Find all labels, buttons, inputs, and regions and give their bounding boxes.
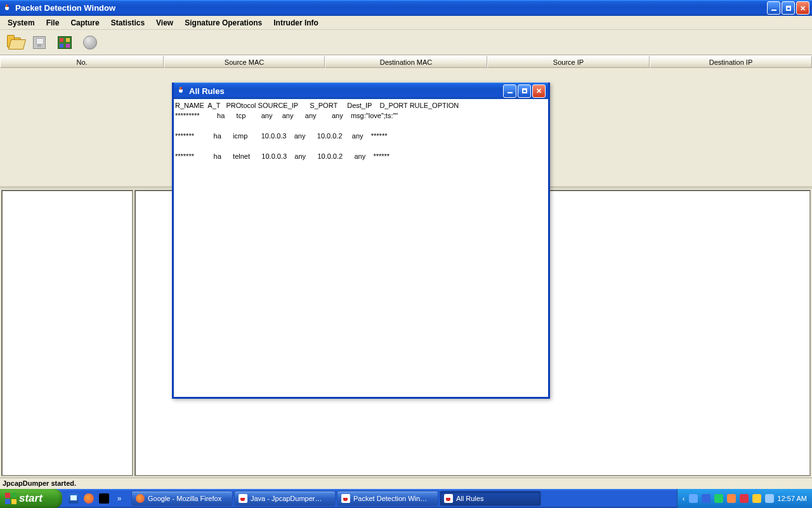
tray-icon[interactable] bbox=[765, 494, 774, 503]
tray-icon[interactable] bbox=[702, 494, 710, 503]
task-button[interactable]: Packet Detection Win… bbox=[337, 491, 438, 506]
floppy-icon bbox=[33, 36, 46, 49]
window-controls bbox=[767, 1, 812, 15]
all-rules-dialog: All Rules R_NAME A_T PROtocol SOURCE_IP … bbox=[172, 83, 550, 399]
tree-panel[interactable] bbox=[1, 190, 133, 476]
dialog-maximize-button[interactable] bbox=[518, 84, 531, 98]
menu-view[interactable]: View bbox=[151, 17, 178, 29]
dialog-window-controls bbox=[503, 84, 548, 98]
tray-icon[interactable] bbox=[714, 494, 723, 503]
main-titlebar: Packet Detection Window bbox=[0, 0, 812, 16]
menu-signature-operations[interactable]: Signature Operations bbox=[180, 17, 267, 29]
windows-logo-icon bbox=[5, 493, 16, 504]
dialog-minimize-button[interactable] bbox=[503, 84, 516, 98]
java-icon bbox=[341, 494, 350, 503]
task-label: Google - Mozilla Firefox bbox=[148, 495, 221, 502]
task-label: Packet Detection Win… bbox=[353, 495, 427, 502]
java-icon bbox=[176, 86, 187, 96]
window-title: Packet Detection Window bbox=[15, 3, 115, 13]
col-source-mac[interactable]: Source MAC bbox=[164, 56, 325, 68]
menu-statistics[interactable]: Statistics bbox=[106, 17, 150, 29]
maximize-button[interactable] bbox=[782, 1, 795, 15]
rules-text-area[interactable]: R_NAME A_T PROtocol SOURCE_IP S_PORT Des… bbox=[174, 99, 548, 397]
col-source-ip[interactable]: Source IP bbox=[487, 56, 650, 68]
tray-icon[interactable] bbox=[689, 494, 698, 503]
system-tray: ‹ 12:57 AM bbox=[677, 489, 812, 508]
dialog-titlebar[interactable]: All Rules bbox=[174, 83, 548, 99]
java-icon bbox=[3, 3, 13, 13]
clock[interactable]: 12:57 AM bbox=[778, 495, 807, 502]
toolbar bbox=[0, 30, 812, 55]
task-buttons: Google - Mozilla FirefoxJava - JpcapDump… bbox=[131, 489, 542, 508]
dialog-close-button[interactable] bbox=[532, 84, 546, 98]
task-label: All Rules bbox=[456, 495, 483, 502]
tray-overflow-icon[interactable]: ‹ bbox=[683, 495, 685, 502]
show-desktop-icon[interactable] bbox=[69, 493, 79, 504]
tray-icon[interactable] bbox=[752, 494, 761, 503]
packet-table-header: No. Source MAC Destination MAC Source IP… bbox=[0, 55, 812, 68]
tray-icon[interactable] bbox=[727, 494, 736, 503]
menu-capture[interactable]: Capture bbox=[65, 17, 104, 29]
tray-icon[interactable] bbox=[740, 494, 749, 503]
taskbar: start » Google - Mozilla FirefoxJava - J… bbox=[0, 489, 812, 508]
firefox-quick-icon[interactable] bbox=[84, 493, 94, 504]
menu-file[interactable]: File bbox=[41, 17, 65, 29]
quick-launch-overflow-icon[interactable]: » bbox=[114, 493, 124, 504]
java-icon bbox=[239, 494, 247, 503]
firefox-icon bbox=[136, 494, 145, 503]
col-no[interactable]: No. bbox=[0, 56, 164, 68]
start-label: start bbox=[19, 492, 43, 505]
dialog-title: All Rules bbox=[189, 86, 225, 96]
start-button[interactable]: start bbox=[0, 489, 62, 508]
menubar: System File Capture Statistics View Sign… bbox=[0, 16, 812, 30]
close-button[interactable] bbox=[796, 1, 809, 15]
status-text: JpcapDumper started. bbox=[3, 479, 76, 487]
col-dest-mac[interactable]: Destination MAC bbox=[325, 56, 487, 68]
quick-launch-icon[interactable] bbox=[99, 493, 109, 504]
task-button[interactable]: Java - JpcapDumper… bbox=[234, 491, 336, 506]
sphere-icon bbox=[83, 36, 97, 50]
capture-button[interactable] bbox=[79, 32, 102, 53]
task-button[interactable]: All Rules bbox=[440, 491, 541, 506]
minimize-button[interactable] bbox=[767, 1, 780, 15]
menu-intruder-info[interactable]: Intruder Info bbox=[268, 17, 324, 29]
network-card-icon bbox=[58, 36, 72, 49]
save-button[interactable] bbox=[28, 32, 51, 53]
task-button[interactable]: Google - Mozilla Firefox bbox=[131, 491, 233, 506]
statusbar: JpcapDumper started. bbox=[0, 478, 812, 489]
java-icon bbox=[444, 494, 453, 503]
col-dest-ip[interactable]: Destination IP bbox=[650, 56, 812, 68]
task-label: Java - JpcapDumper… bbox=[251, 495, 322, 502]
open-folder-icon bbox=[7, 37, 21, 48]
nic-button[interactable] bbox=[53, 32, 76, 53]
open-button[interactable] bbox=[3, 32, 25, 53]
menu-system[interactable]: System bbox=[3, 17, 40, 29]
quick-launch: » bbox=[62, 489, 131, 508]
